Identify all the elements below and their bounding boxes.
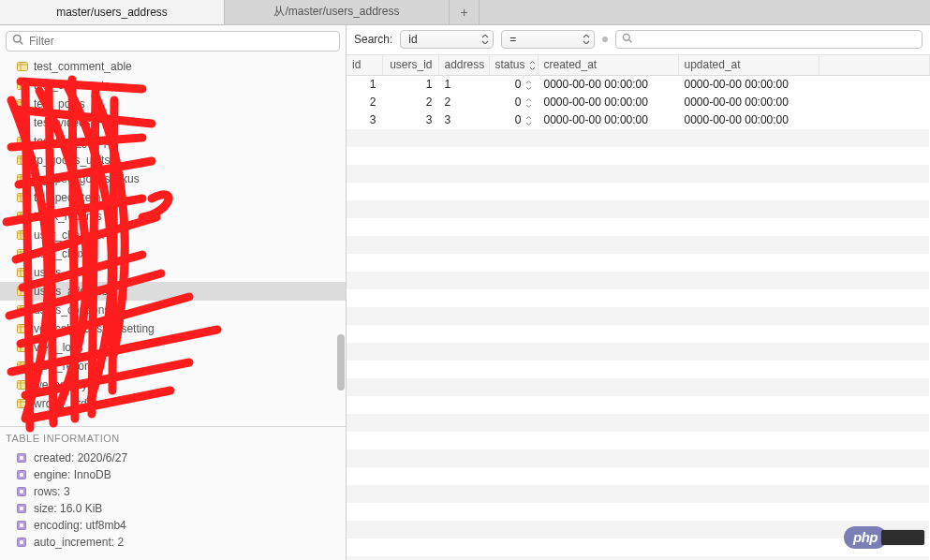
cell-address: 1 xyxy=(438,76,489,94)
info-row: auto_increment: 2 xyxy=(17,534,340,551)
svg-rect-14 xyxy=(18,137,28,145)
tab-primary[interactable]: master/users_address xyxy=(0,0,225,24)
tree-item[interactable]: test_comments xyxy=(0,76,346,95)
table-icon xyxy=(17,212,28,221)
column-header[interactable]: created_at xyxy=(538,55,678,76)
cell-updated-at: 0000-00-00 00:00:00 xyxy=(678,94,819,111)
sort-updown-icon[interactable] xyxy=(525,116,532,125)
content-area: Search: id = xyxy=(347,25,930,561)
empty-row xyxy=(347,129,930,147)
tree-item[interactable]: users xyxy=(0,263,346,282)
column-header[interactable]: updated_at xyxy=(678,55,819,76)
svg-rect-2 xyxy=(18,62,28,70)
cell-spacer xyxy=(819,76,930,94)
tree-item[interactable]: tp_goods_units xyxy=(0,151,346,169)
column-label: updated_at xyxy=(685,58,741,71)
empty-row xyxy=(347,200,930,218)
tab-secondary[interactable]: 从/master/users_address xyxy=(225,0,450,24)
filter-box[interactable] xyxy=(6,31,340,52)
svg-line-60 xyxy=(629,40,632,43)
info-text: size: 16.0 KiB xyxy=(34,502,102,515)
search-op-select[interactable]: = xyxy=(501,30,595,49)
search-row: Search: id = xyxy=(347,25,930,55)
table-row[interactable]: 11100000-00-00 00:00:000000-00-00 00:00:… xyxy=(347,76,930,94)
search-input-wrap[interactable] xyxy=(615,30,923,49)
tree-item-label: users xyxy=(34,266,61,279)
tree-item[interactable]: test_posts xyxy=(0,95,346,113)
cell-spacer xyxy=(819,94,930,111)
info-badge-icon xyxy=(17,487,26,496)
tree-item[interactable]: test_videos xyxy=(0,113,346,132)
search-label: Search: xyxy=(354,33,392,46)
tree-item[interactable]: view_logs xyxy=(0,338,346,357)
tree-item[interactable]: tp_spec_item xyxy=(0,188,346,207)
cell-users-id: 3 xyxy=(382,111,438,129)
cell-users-id: 2 xyxy=(382,94,438,111)
empty-row xyxy=(347,165,930,183)
column-header[interactable]: users_id xyxy=(382,55,438,76)
table-icon xyxy=(17,305,28,315)
table-information: TABLE INFORMATION created: 2020/6/27engi… xyxy=(0,426,346,560)
info-text: rows: 3 xyxy=(34,485,70,498)
filter-input[interactable] xyxy=(29,35,333,48)
table-row[interactable]: 22200000-00-00 00:00:000000-00-00 00:00:… xyxy=(347,94,930,111)
cell-status: 0 xyxy=(489,94,538,111)
column-header[interactable]: address xyxy=(438,55,489,76)
data-grid[interactable]: idusers_idaddressstatuscreated_atupdated… xyxy=(347,55,930,561)
tree-item[interactable]: tp_spec_goods_skus xyxy=(0,169,346,188)
tree-item[interactable]: together_groups xyxy=(0,132,346,151)
sidebar: test_comment_abletest_commentstest_posts… xyxy=(0,25,347,561)
cell-id: 1 xyxy=(347,76,382,94)
svg-rect-56 xyxy=(18,399,28,407)
cell-updated-at: 0000-00-00 00:00:00 xyxy=(678,76,819,94)
svg-rect-11 xyxy=(18,118,28,126)
tree-item[interactable]: view_records xyxy=(0,357,346,376)
cell-created-at: 0000-00-00 00:00:00 xyxy=(538,76,678,94)
info-badge-icon xyxy=(17,504,26,513)
empty-row xyxy=(347,183,930,200)
empty-row xyxy=(347,236,930,254)
tree-item[interactable]: track_records xyxy=(0,207,346,226)
table-row[interactable]: 33300000-00-00 00:00:000000-00-00 00:00:… xyxy=(347,111,930,129)
tree-item[interactable]: wrong_orders xyxy=(0,394,346,413)
table-icon xyxy=(17,118,28,127)
tree-item-label: user_chuxu xyxy=(34,247,92,260)
cell-address: 2 xyxy=(438,94,489,111)
search-field-select[interactable]: id xyxy=(400,30,494,49)
svg-rect-38 xyxy=(18,287,28,295)
tree-item[interactable]: users_coupons xyxy=(0,301,346,319)
sort-updown-icon[interactable] xyxy=(525,81,532,90)
empty-row xyxy=(347,378,930,396)
tree[interactable]: test_comment_abletest_commentstest_posts… xyxy=(0,57,346,427)
tree-item[interactable]: users_address xyxy=(0,282,346,301)
tree-item[interactable]: wechatpay xyxy=(0,376,346,394)
info-row: size: 16.0 KiB xyxy=(17,500,340,517)
plus-icon: + xyxy=(460,5,467,20)
column-label: users_id xyxy=(390,58,432,71)
tree-item-label: test_posts xyxy=(34,97,85,111)
tree-item-label: tp_spec_goods_skus xyxy=(34,172,140,185)
scrollbar-thumb[interactable] xyxy=(337,334,345,391)
column-header[interactable]: id xyxy=(347,55,382,76)
tab-add-button[interactable]: + xyxy=(450,0,480,24)
main-split: test_comment_abletest_commentstest_posts… xyxy=(0,25,930,561)
svg-rect-29 xyxy=(18,230,28,239)
svg-rect-32 xyxy=(18,249,28,258)
empty-row xyxy=(347,432,930,449)
tree-item[interactable]: vertical_industry_setting xyxy=(0,319,346,338)
tree-item-label: view_records xyxy=(34,360,100,373)
sort-updown-icon[interactable] xyxy=(525,98,532,108)
empty-row xyxy=(347,361,930,378)
chevron-updown-icon xyxy=(481,35,489,44)
sort-updown-icon[interactable] xyxy=(529,61,536,70)
tree-item[interactable]: test_comment_able xyxy=(0,57,346,76)
table-icon xyxy=(17,343,28,352)
search-value-input[interactable] xyxy=(638,33,916,46)
info-row: engine: InnoDB xyxy=(17,466,340,483)
tree-item[interactable]: user_chuxu xyxy=(0,244,346,263)
search-icon xyxy=(12,34,23,48)
column-header[interactable]: status xyxy=(489,55,538,76)
cell-id: 2 xyxy=(347,94,382,111)
info-badge-icon xyxy=(17,453,26,463)
tree-item[interactable]: user_chaocan xyxy=(0,226,346,244)
